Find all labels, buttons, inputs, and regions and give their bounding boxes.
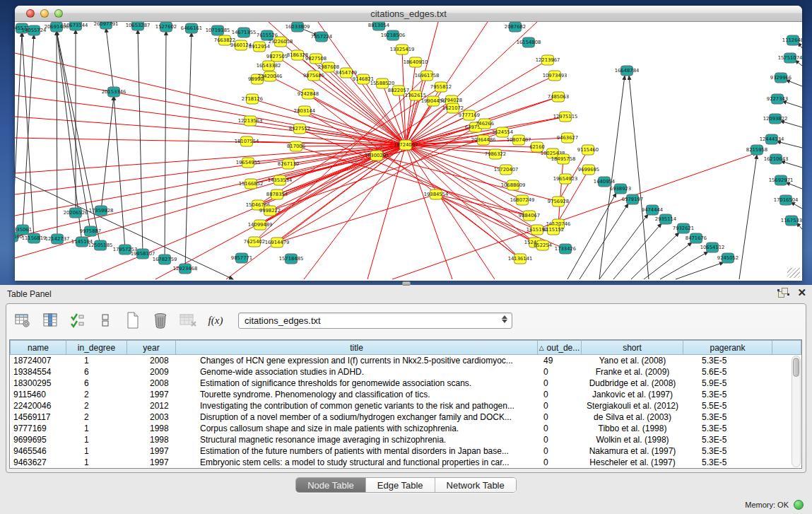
graph-edge[interactable]	[739, 155, 757, 279]
table-cell[interactable]: 1	[66, 355, 127, 366]
graph-node[interactable]: 16961758	[415, 71, 440, 81]
graph-node[interactable]: 8471676	[686, 233, 707, 243]
table-cell[interactable]: Franke et al. (2009)	[582, 366, 683, 378]
graph-edge[interactable]	[185, 33, 192, 269]
table-cell[interactable]: 0	[538, 366, 582, 378]
table-cell[interactable]: 5.3E-5	[683, 389, 772, 400]
vertical-scrollbar[interactable]	[792, 356, 801, 467]
graph-node[interactable]: 17359928	[89, 206, 114, 216]
table-row[interactable]: 1830029562008Estimation of significance …	[10, 378, 801, 389]
table-cell[interactable]: 0	[538, 445, 582, 457]
network-canvas[interactable]: 8455726140557242069140610673144260977911…	[15, 22, 802, 280]
tab-network-table[interactable]: Network Table	[435, 478, 516, 492]
graph-node[interactable]: 17016504	[774, 195, 799, 205]
table-cell[interactable]: 0	[538, 400, 582, 411]
graph-node[interactable]: 6938923	[610, 184, 631, 194]
graph-edge[interactable]	[791, 202, 802, 209]
graph-node[interactable]: 12923468	[173, 264, 198, 274]
graph-edge[interactable]	[660, 252, 708, 279]
graph-edge[interactable]	[777, 141, 802, 148]
graph-edge[interactable]	[101, 96, 114, 211]
graph-edge[interactable]	[676, 262, 724, 279]
graph-node[interactable]: 26097791	[94, 22, 119, 29]
table-cell[interactable]: Disruption of a novel member of a sodium…	[176, 411, 538, 423]
table-cell[interactable]: Stergiakouli et al. (2012)	[582, 400, 683, 411]
table-cell[interactable]: Hescheler et al. (1997)	[582, 457, 683, 468]
table-cell[interactable]: 1	[66, 457, 127, 468]
column-header-short[interactable]: short	[581, 340, 683, 355]
graph-edge[interactable]	[782, 101, 802, 107]
table-cell[interactable]: 2009	[127, 366, 176, 378]
table-cell[interactable]: 5.3E-5	[683, 445, 772, 457]
table-cell[interactable]: 9465546	[10, 445, 66, 457]
graph-node[interactable]: 12213967	[536, 55, 560, 65]
graph-edge[interactable]	[15, 177, 233, 279]
graph-node[interactable]: 852254	[534, 240, 552, 250]
graph-node[interactable]: 9756928	[548, 197, 569, 206]
table-select-dropdown[interactable]: citations_edges.txt	[238, 313, 512, 329]
graph-node[interactable]: 9827505	[266, 52, 288, 62]
table-cell[interactable]: 6	[66, 378, 127, 389]
table-cell[interactable]: 6	[66, 366, 127, 378]
table-row[interactable]: 946554611997Estimation of the future num…	[10, 445, 801, 457]
graph-node[interactable]: 16648784	[615, 66, 640, 76]
table-row[interactable]: 1938455462009Genome-wide association stu…	[10, 366, 801, 378]
graph-node[interactable]: 15751074	[778, 53, 802, 63]
graph-edge[interactable]	[15, 33, 22, 237]
table-cell[interactable]: Tibbo et al. (1998)	[582, 423, 683, 434]
table-cell[interactable]: Structural magnetic resonance image aver…	[176, 434, 538, 445]
column-header-year[interactable]: year	[126, 340, 176, 355]
table-cell[interactable]: Genome-wide association studies in ADHD.	[176, 366, 538, 378]
table-cell[interactable]: 1	[66, 423, 127, 434]
graph-node[interactable]: 20364486	[471, 135, 496, 145]
table-row[interactable]: 1872400712008Changes of HCN gene express…	[10, 355, 801, 366]
table-cell[interactable]: 2	[66, 411, 127, 423]
graph-node[interactable]: 2935114	[655, 214, 676, 224]
table-cell[interactable]: Nakamura et al. (1997)	[582, 445, 683, 457]
graph-node[interactable]: 10688609	[501, 180, 526, 190]
graph-edge[interactable]	[15, 138, 406, 145]
table-cell[interactable]: 5.3E-5	[683, 355, 772, 366]
table-cell[interactable]: 1998	[127, 423, 176, 434]
table-cell[interactable]: Jankovic et al. (1997)	[582, 389, 683, 400]
table-cell[interactable]: 18300295	[10, 378, 66, 389]
graph-edge[interactable]	[406, 22, 438, 145]
column-visibility-icon[interactable]	[69, 311, 87, 329]
graph-node[interactable]: 9875685	[303, 71, 324, 81]
graph-edge[interactable]	[165, 31, 166, 259]
graph-edge[interactable]	[15, 145, 406, 216]
graph-node[interactable]: 14136141	[508, 254, 533, 264]
graph-node[interactable]: 19218506	[381, 30, 406, 40]
table-cell[interactable]: 0	[538, 411, 582, 423]
table-row[interactable]: 977716911998Corpus callosum shape and si…	[10, 423, 801, 434]
create-column-icon[interactable]	[124, 311, 142, 329]
graph-node[interactable]: 18640910	[404, 57, 428, 67]
table-cell[interactable]: 2012	[127, 400, 176, 411]
network-window[interactable]: citations_edges.txt 84557261405572420691…	[15, 6, 802, 281]
tab-edge-table[interactable]: Edge Table	[365, 478, 435, 492]
table-cell[interactable]: 9115460	[10, 389, 66, 400]
row-options-icon[interactable]	[96, 311, 114, 329]
graph-node[interactable]: 18107554	[235, 136, 259, 146]
graph-node[interactable]: 3624554	[492, 127, 513, 137]
graph-edge[interactable]	[629, 76, 649, 279]
graph-edge[interactable]	[15, 74, 406, 145]
graph-node[interactable]: 10807487	[507, 135, 531, 145]
column-header-in-degree[interactable]: in_degree	[66, 340, 127, 355]
table-cell[interactable]: 2008	[127, 378, 176, 389]
network-graph[interactable]: 8455726140557242069140610673144260977911…	[15, 22, 802, 280]
table-cell[interactable]: 2	[66, 389, 127, 400]
graph-node[interactable]: 9115152	[543, 225, 564, 235]
graph-node[interactable]: 12505185	[88, 240, 113, 250]
graph-node[interactable]: 8912954	[249, 42, 270, 52]
graph-edge[interactable]	[406, 145, 520, 259]
graph-node[interactable]: 7986322	[485, 149, 506, 159]
graph-node[interactable]: 10654112	[700, 243, 725, 252]
function-builder-icon[interactable]: f(x)	[206, 311, 225, 329]
table-cell[interactable]: 5.9E-5	[683, 378, 772, 389]
table-cell[interactable]: 9777169	[10, 423, 66, 434]
table-cell[interactable]: Corpus callosum shape and size in male p…	[176, 423, 538, 434]
show-columns-icon[interactable]	[41, 311, 59, 329]
graph-node[interactable]: 1527602	[155, 22, 177, 32]
graph-edge[interactable]	[406, 145, 452, 279]
